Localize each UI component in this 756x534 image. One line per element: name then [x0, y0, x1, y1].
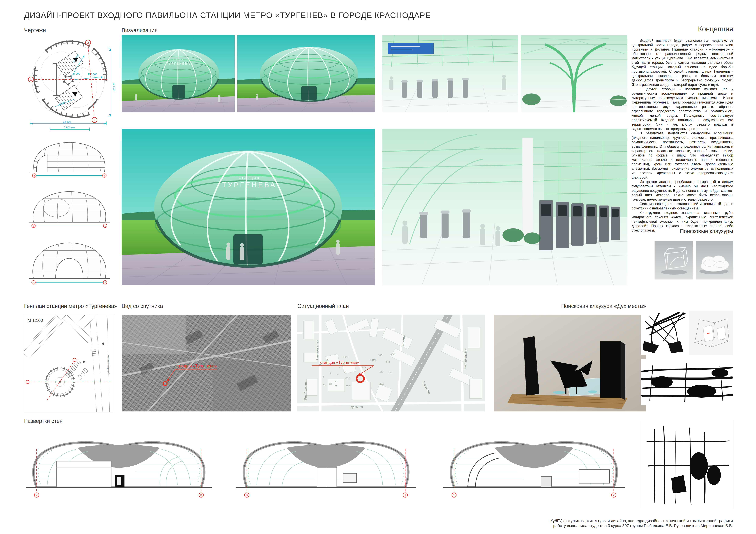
genplan-drawing: М 1:100: [24, 315, 114, 412]
dim-r200: R 200: [73, 72, 80, 75]
render-interior-hall: [382, 129, 627, 285]
svg-text:57: 57: [335, 380, 338, 383]
dev3-axis-left: 1: [453, 493, 455, 497]
svg-text:Гаражная: Гаражная: [401, 334, 405, 347]
dev3-axis-right: 2: [613, 493, 614, 497]
concept-paragraph: Входной павильон будет располагаться нед…: [632, 38, 733, 87]
axis-1: 1: [30, 78, 32, 81]
stair-bottom: [55, 85, 83, 110]
elev3-axis-right: 3: [104, 281, 106, 284]
svg-text:165/5: 165/5: [345, 377, 350, 379]
svg-text:51: 51: [323, 383, 326, 386]
svg-text:148/1: 148/1: [390, 353, 396, 356]
svg-text:24: 24: [344, 370, 346, 373]
credits-line-2: работу выполнила студентка 3 курса 307 г…: [427, 523, 733, 528]
render-interior-turnstiles: [382, 35, 518, 112]
svg-text:55: 55: [335, 385, 338, 387]
svg-text:183: 183: [378, 354, 382, 356]
genplan-street-label: ул. Тургенева: [106, 355, 110, 374]
column: [522, 138, 533, 235]
elev1-axis-left: 3: [34, 174, 35, 177]
section-label-concept: Концепция: [632, 25, 733, 33]
situation-plan: 25/2 17 22 24 6 4 3 165/5 57 55 165/1 51…: [297, 315, 485, 412]
section-label-visualization: Визуализация: [122, 27, 157, 34]
svg-text:3: 3: [323, 375, 324, 378]
ink-sketch-3: [641, 420, 734, 509]
dim-18500: 18 500: [63, 120, 71, 123]
ink-sketch-2: [641, 359, 733, 405]
render-exterior-front: станция ТУРГЕНЕВА: [122, 35, 235, 112]
pavilion-sign-big: ТУРГЕНЕВА: [166, 62, 190, 65]
concept-paragraph: В результате, появляются следующие ассоц…: [632, 131, 733, 180]
section-label-situation: Ситуационный план: [297, 303, 349, 309]
svg-text:6: 6: [330, 372, 331, 374]
svg-text:181/1: 181/1: [370, 359, 376, 361]
svg-text:142: 142: [379, 370, 383, 373]
elev1-axis-right: 2: [104, 174, 105, 177]
credits: КубГУ, факультет архитектуры и дизайна, …: [427, 518, 733, 528]
concept-paragraph: Из цветов должен преобладать прозрачный …: [632, 180, 733, 202]
section-label-elevations: Развертки стен: [24, 418, 63, 424]
elevation-drawing-1: 3 2: [25, 135, 114, 179]
wall-development-1: 2 3: [26, 438, 212, 498]
svg-text:4: 4: [337, 373, 338, 376]
axis-2: 2: [87, 41, 89, 44]
dim-r8500: R 8 500: [88, 73, 97, 76]
render-interior-column: [521, 35, 627, 112]
axis-3: 3: [94, 118, 95, 122]
svg-text:Яна Полуяна: Яна Полуяна: [304, 381, 307, 400]
search-sketch-photo-2: [696, 241, 733, 279]
section-label-satellite: Вид со спутника: [122, 303, 163, 309]
ink-sketch-1: [641, 311, 687, 355]
dim-7500: 7 500 мм: [64, 126, 75, 129]
section-label-drawings: Чертежи: [24, 27, 46, 34]
satellite-view: станция «Тургенева»: [122, 315, 291, 412]
section-label-search-sketches: Поисковые клаузуры: [632, 228, 733, 234]
elev2-axis-left: 2: [33, 224, 34, 227]
svg-text:53: 53: [329, 383, 332, 385]
black-box: [600, 342, 621, 398]
presentation-board: ДИЗАЙН-ПРОЕКТ ВХОДНОГО ПАВИЛЬОНА СТАНЦИИ…: [0, 0, 756, 534]
svg-text:144: 144: [380, 383, 384, 385]
svg-text:179: 179: [362, 366, 366, 368]
svg-text:Рашпилевская: Рашпилевская: [316, 340, 319, 361]
svg-text:25/2: 25/2: [343, 356, 348, 359]
svg-text:148: 148: [386, 361, 390, 363]
people-silhouettes: [256, 94, 258, 100]
plan-drawing: 1 2 3 18 500 7 500 мм 16 500 R 8 500 R 4…: [24, 34, 116, 133]
elev3-axis-left: 2: [33, 281, 34, 284]
dev1-axis-left: 2: [36, 493, 37, 497]
section-label-spirit: Поисковая клаузура «Дух места»: [494, 303, 646, 309]
wall-development-2: 3 1: [236, 438, 416, 498]
dev2-axis-right: 1: [404, 493, 406, 497]
elev2-axis-right: 1: [104, 224, 106, 227]
concept-paragraph: С другой стороны - название взывает нас …: [632, 87, 733, 131]
pavilion-sign-small: станция: [173, 59, 183, 61]
svg-text:22: 22: [339, 366, 341, 369]
pavilion-sign-big: ТУРГЕНЕВА: [222, 181, 276, 189]
credits-line-1: КубГУ, факультет архитектуры и дизайна, …: [427, 518, 733, 523]
svg-text:Дальняя: Дальняя: [351, 405, 363, 409]
render-exterior-main: станция ТУРГЕНЕВА: [122, 129, 375, 285]
elevation-drawing-3: 2 3: [25, 234, 114, 286]
turnstile-row: [419, 210, 471, 238]
page-title: ДИЗАЙН-ПРОЕКТ ВХОДНОГО ПАВИЛЬОНА СТАНЦИИ…: [24, 11, 431, 20]
section-label-genplan: Генплан станции метро «Тургенева»: [24, 303, 117, 309]
svg-text:165/1: 165/1: [346, 384, 352, 387]
dim-16500: 16 500: [113, 83, 116, 90]
satellite-annotation: станция «Тургенева»: [163, 364, 217, 386]
spirit-model-photo: [494, 315, 646, 412]
elevation-drawing-2: 2 1: [25, 184, 114, 229]
render-exterior-side: [237, 35, 375, 112]
wall-development-3: 1 2: [444, 438, 625, 498]
dev2-axis-left: 3: [246, 493, 248, 497]
pavilion-sign-small: станция: [239, 175, 260, 180]
wireframe-sketch: [688, 311, 733, 355]
genplan-scale: М 1:100: [28, 318, 43, 323]
svg-text:146: 146: [388, 371, 392, 374]
search-sketch-photo-1: [655, 241, 693, 279]
concept-paragraph: Система освещения - заливающий интенсивн…: [632, 202, 733, 211]
dev1-axis-right: 3: [200, 493, 202, 497]
info-board: [388, 43, 434, 54]
concept-text: Входной павильон будет располагаться нед…: [632, 38, 733, 233]
